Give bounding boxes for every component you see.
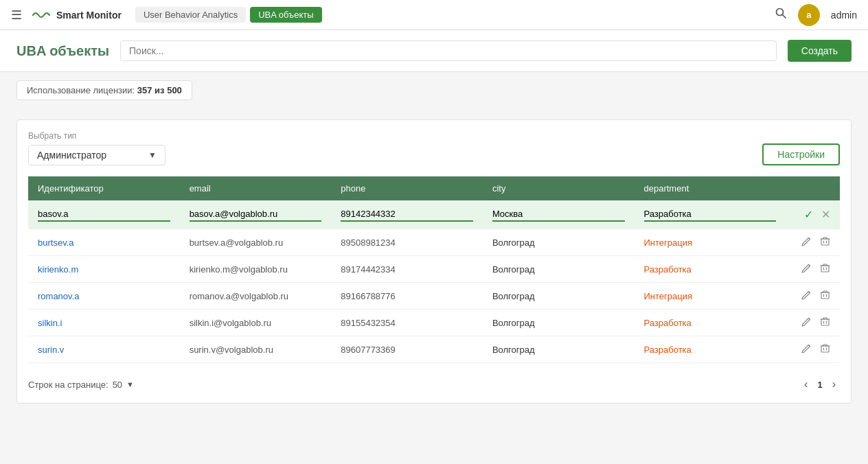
col-email: email — [180, 176, 332, 200]
logo-icon — [30, 10, 52, 21]
edit-icon[interactable] — [801, 236, 812, 248]
cell-email — [180, 200, 332, 229]
cell-actions — [786, 256, 840, 283]
cell-department — [635, 200, 786, 229]
type-selector-row: Выбрать тип Администратор ▼ Настройки — [28, 131, 840, 165]
table-row: kirienko.m kirienko.m@volgablob.ru 89174… — [28, 256, 840, 283]
cell-id: romanov.a — [28, 283, 180, 310]
create-button[interactable]: Создать — [788, 40, 852, 62]
rows-per-page[interactable]: Строк на странице: 50 ▼ — [28, 380, 134, 390]
delete-icon[interactable] — [820, 343, 830, 356]
cell-city: Волгоград — [483, 336, 635, 363]
delete-icon[interactable] — [820, 236, 830, 248]
cell-id — [28, 200, 180, 229]
cell-phone: 89174442334 — [331, 256, 483, 283]
cell-department: Разработка — [635, 310, 786, 336]
col-department: department — [635, 176, 786, 200]
cell-department: Интеграция — [635, 283, 786, 310]
cell-phone — [331, 200, 483, 229]
svg-rect-8 — [821, 292, 829, 299]
type-dropdown[interactable]: Администратор ▼ — [28, 145, 165, 165]
menu-icon[interactable]: ☰ — [11, 8, 22, 23]
cell-actions: ✓ ✕ — [786, 200, 840, 229]
table-header: Идентификатор email phone city departmen… — [28, 176, 840, 200]
cell-phone: 89607773369 — [331, 336, 483, 363]
cell-city: Волгоград — [483, 229, 635, 256]
topnav: ☰ Smart Monitor User Behavior Analytics … — [0, 0, 868, 30]
cell-city: Волгоград — [483, 256, 635, 283]
delete-icon[interactable] — [820, 316, 830, 329]
cell-id: surin.v — [28, 336, 180, 363]
cancel-edit-icon[interactable]: ✕ — [821, 208, 830, 221]
table-row: burtsev.a burtsev.a@volgablob.ru 8950898… — [28, 229, 840, 256]
cell-id: silkin.i — [28, 310, 180, 336]
current-page: 1 — [817, 380, 822, 390]
table-row: romanov.a romanov.a@volgablob.ru 8916678… — [28, 283, 840, 310]
table-row: ✓ ✕ — [28, 200, 840, 229]
main-content: Выбрать тип Администратор ▼ Настройки Ид… — [0, 108, 868, 415]
admin-label: admin — [831, 10, 857, 21]
search-input[interactable] — [129, 45, 768, 56]
logo: Smart Monitor — [30, 10, 122, 21]
rows-per-page-chevron: ▼ — [126, 380, 134, 388]
cell-email: kirienko.m@volgablob.ru — [180, 256, 332, 283]
svg-rect-2 — [821, 239, 829, 245]
edit-icon[interactable] — [801, 316, 812, 329]
pagination-bar: Строк на странице: 50 ▼ ‹ 1 › — [28, 369, 840, 392]
table-wrap: Идентификатор email phone city departmen… — [28, 176, 840, 363]
svg-rect-11 — [821, 319, 829, 325]
prev-page-button[interactable]: ‹ — [800, 377, 812, 392]
cell-city: Волгоград — [483, 283, 635, 310]
edit-icon[interactable] — [801, 263, 812, 275]
license-prefix: Использование лицензии: — [27, 85, 135, 95]
edit-icon[interactable] — [801, 343, 812, 356]
logo-text: Smart Monitor — [56, 10, 122, 21]
cell-email: surin.v@volgablob.ru — [180, 336, 332, 363]
chevron-down-icon: ▼ — [148, 150, 157, 160]
edit-dept-input[interactable] — [644, 207, 777, 222]
edit-email-input[interactable] — [190, 207, 322, 222]
svg-line-1 — [782, 15, 786, 19]
type-label: Выбрать тип — [28, 131, 165, 141]
cell-id: kirienko.m — [28, 256, 180, 283]
col-id: Идентификатор — [28, 176, 180, 200]
card: Выбрать тип Администратор ▼ Настройки Ид… — [16, 119, 852, 404]
license-bar: Использование лицензии: 357 из 500 — [0, 72, 868, 108]
cell-actions — [786, 283, 840, 310]
license-value: 357 из 500 — [137, 85, 182, 95]
rows-per-page-value: 50 — [113, 380, 122, 390]
delete-icon[interactable] — [820, 263, 830, 275]
cell-actions — [786, 310, 840, 336]
breadcrumb-uba-objects[interactable]: UBA объекты — [250, 7, 321, 23]
cell-actions — [786, 229, 840, 256]
cell-department: Разработка — [635, 336, 786, 363]
cell-city: Волгоград — [483, 310, 635, 336]
breadcrumb: User Behavior Analytics UBA объекты — [135, 7, 322, 23]
page-header: UBA объекты Создать — [0, 30, 868, 72]
edit-icon[interactable] — [801, 290, 812, 302]
col-actions — [786, 176, 840, 200]
confirm-edit-icon[interactable]: ✓ — [804, 208, 813, 221]
page-nav: ‹ 1 › — [800, 377, 840, 392]
avatar: a — [798, 4, 820, 26]
edit-id-input[interactable] — [38, 207, 170, 222]
search-icon[interactable] — [775, 7, 787, 23]
breadcrumb-uba-analytics[interactable]: User Behavior Analytics — [135, 7, 246, 23]
cell-city — [483, 200, 635, 229]
license-badge: Использование лицензии: 357 из 500 — [16, 80, 192, 100]
delete-icon[interactable] — [820, 290, 830, 302]
svg-rect-5 — [821, 266, 829, 272]
cell-phone: 89155432354 — [331, 310, 483, 336]
cell-phone: 89508981234 — [331, 229, 483, 256]
cell-phone: 89166788776 — [331, 283, 483, 310]
cell-actions — [786, 336, 840, 363]
edit-city-input[interactable] — [492, 207, 625, 222]
page-title: UBA объекты — [16, 43, 109, 59]
settings-button[interactable]: Настройки — [762, 143, 840, 165]
table-row: surin.v surin.v@volgablob.ru 89607773369… — [28, 336, 840, 363]
edit-phone-input[interactable] — [341, 207, 473, 222]
search-box[interactable] — [120, 40, 777, 61]
next-page-button[interactable]: › — [828, 377, 840, 392]
table-body: ✓ ✕ burtsev.a burtsev.a@volgablob.ru 895… — [28, 200, 840, 363]
cell-email: silkin.i@volgablob.ru — [180, 310, 332, 336]
